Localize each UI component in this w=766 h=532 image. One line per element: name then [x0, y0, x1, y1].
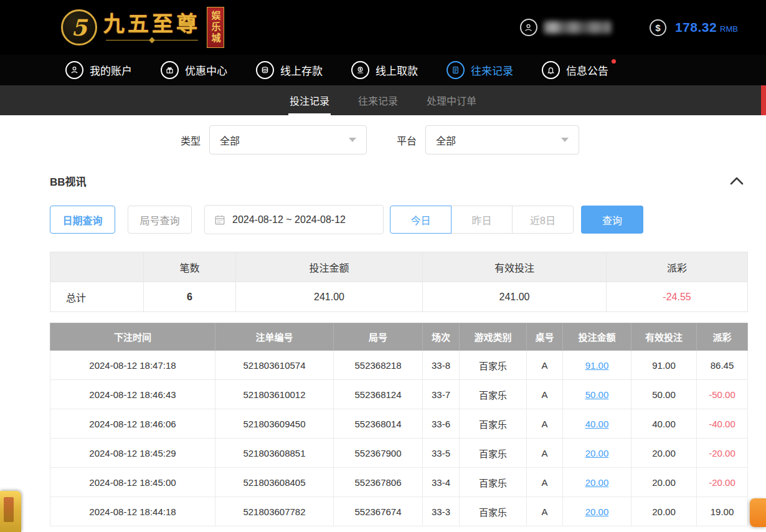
summary-header-empty: [50, 252, 144, 282]
col-game-type: 游戏类别: [460, 323, 527, 351]
yesterday-button[interactable]: 昨日: [451, 206, 513, 234]
floating-promo-left[interactable]: [0, 491, 21, 532]
date-query-button[interactable]: 日期查询: [50, 206, 115, 234]
type-select[interactable]: 全部: [209, 125, 367, 154]
tab-processing-orders[interactable]: 处理中订单: [425, 85, 478, 115]
table-row: 2024-08-12 18:46:06 521803609450 5523680…: [50, 409, 748, 439]
section-title: BB视讯: [50, 173, 87, 189]
cell-bet-time: 2024-08-12 18:46:43: [50, 380, 215, 409]
bet-amount-link[interactable]: 20.00: [585, 506, 609, 517]
logo-text: 九五至尊: [103, 12, 201, 42]
cell-table: A: [527, 439, 563, 468]
summary-header-valid-bet: 有效投注: [423, 252, 607, 282]
platform-filter-label: 平台: [397, 133, 417, 148]
last-8-days-button[interactable]: 近8日: [512, 206, 574, 234]
balance-currency-icon[interactable]: $: [650, 19, 666, 36]
cell-table: A: [527, 380, 563, 409]
cell-valid-bet: 50.00: [631, 380, 697, 409]
deposit-coins-icon: [256, 61, 274, 79]
gift-icon: [161, 61, 179, 79]
main-nav: 我的账户 优惠中心 线上存款 线上取款 往来记录: [0, 55, 766, 85]
cell-bet-amount: 20.00: [563, 439, 631, 468]
bet-amount-link[interactable]: 20.00: [585, 448, 609, 458]
balance-currency-label: RMB: [720, 24, 738, 34]
nav-label: 线上取款: [376, 62, 418, 78]
summary-total-label: 总计: [50, 282, 144, 312]
user-avatar-icon[interactable]: [520, 19, 537, 36]
cell-session: 33-3: [423, 497, 460, 526]
bet-amount-link[interactable]: 20.00: [585, 477, 609, 488]
cell-table: A: [527, 468, 563, 497]
tab-label: 往来记录: [358, 93, 398, 108]
round-query-button[interactable]: 局号查询: [128, 206, 192, 234]
username-masked: [544, 21, 611, 34]
summary-header-payout: 派彩: [607, 252, 748, 282]
cell-game-type: 百家乐: [460, 409, 527, 439]
cell-session: 33-6: [423, 409, 460, 439]
col-session: 场次: [423, 323, 460, 351]
cell-round: 552368124: [334, 380, 423, 409]
cell-game-type: 百家乐: [460, 380, 527, 409]
cell-bet-id: 521803607782: [215, 497, 334, 526]
summary-header-bet-amount: 投注金额: [236, 252, 423, 282]
table-body: 2024-08-12 18:47:18 521803610574 5523682…: [50, 351, 748, 526]
nav-label: 信息公告: [566, 62, 608, 78]
tab-transaction-records[interactable]: 往来记录: [357, 85, 399, 115]
cell-payout: -20.00: [697, 439, 748, 468]
cell-payout: -50.00: [697, 380, 748, 409]
query-controls: 日期查询 局号查询 2024-08-12 ~ 2024-08-12 今日 昨日 …: [50, 205, 766, 234]
search-button[interactable]: 查询: [581, 206, 643, 234]
site-logo[interactable]: 5 九五至尊 娱乐城: [61, 7, 224, 48]
nav-item-my-account[interactable]: 我的账户: [65, 61, 132, 79]
sub-tab-bar: 投注记录 往来记录 处理中订单: [0, 85, 766, 115]
today-button[interactable]: 今日: [390, 206, 452, 234]
cell-bet-id: 521803608405: [215, 468, 334, 497]
nav-item-promotions[interactable]: 优惠中心: [161, 61, 227, 79]
cell-bet-amount: 50.00: [563, 380, 631, 409]
cell-payout: -40.00: [697, 409, 748, 439]
nav-item-deposit[interactable]: 线上存款: [256, 61, 323, 79]
table-row: 2024-08-12 18:45:00 521803608405 5523678…: [50, 468, 748, 497]
bet-amount-link[interactable]: 40.00: [585, 419, 609, 429]
logo-flourish-ornament: [103, 38, 201, 42]
bet-records-table: 下注时间 注单编号 局号 场次 游戏类别 桌号 投注金额 有效投注 派彩 202…: [50, 323, 748, 526]
nav-item-records[interactable]: 往来记录: [447, 61, 513, 79]
floating-widget-right[interactable]: [750, 498, 766, 527]
collapse-section-button[interactable]: [730, 177, 744, 185]
summary-header-count: 笔数: [144, 252, 236, 282]
tab-bet-records[interactable]: 投注记录: [288, 85, 331, 115]
cell-valid-bet: 20.00: [631, 468, 697, 497]
cell-bet-amount: 40.00: [563, 409, 631, 439]
account-icon: [65, 61, 83, 79]
logo-circle-icon: 5: [61, 9, 97, 45]
nav-label: 线上存款: [280, 62, 323, 78]
col-bet-time: 下注时间: [50, 323, 215, 351]
records-icon: [447, 61, 465, 79]
chevron-down-icon: [561, 138, 569, 142]
platform-select[interactable]: 全部: [425, 125, 579, 154]
platform-select-value: 全部: [436, 133, 456, 148]
calendar-icon: [214, 214, 225, 226]
cell-round: 552367806: [334, 468, 423, 497]
nav-label: 我的账户: [90, 62, 132, 78]
cell-valid-bet: 20.00: [631, 439, 697, 468]
col-table: 桌号: [527, 323, 563, 351]
bell-icon: [542, 61, 560, 79]
cell-game-type: 百家乐: [460, 497, 527, 526]
cell-bet-amount: 91.00: [563, 351, 631, 380]
quick-date-group: 今日 昨日 近8日: [390, 206, 574, 234]
cell-payout: 86.45: [697, 351, 748, 380]
col-payout: 派彩: [697, 323, 748, 351]
bet-amount-link[interactable]: 50.00: [585, 389, 609, 400]
nav-item-announcements[interactable]: 信息公告: [542, 61, 608, 79]
logo-name: 九五至尊: [103, 12, 201, 36]
cell-valid-bet: 20.00: [631, 497, 697, 526]
cell-round: 552368014: [334, 409, 423, 439]
bet-amount-link[interactable]: 91.00: [585, 360, 609, 371]
right-edge-red-marker: [761, 85, 766, 115]
chevron-up-icon: [730, 177, 744, 185]
withdraw-money-icon: [351, 61, 369, 79]
date-range-input[interactable]: 2024-08-12 ~ 2024-08-12: [204, 205, 384, 234]
nav-item-withdraw[interactable]: 线上取款: [351, 61, 418, 79]
summary-count-value: 6: [144, 282, 236, 312]
